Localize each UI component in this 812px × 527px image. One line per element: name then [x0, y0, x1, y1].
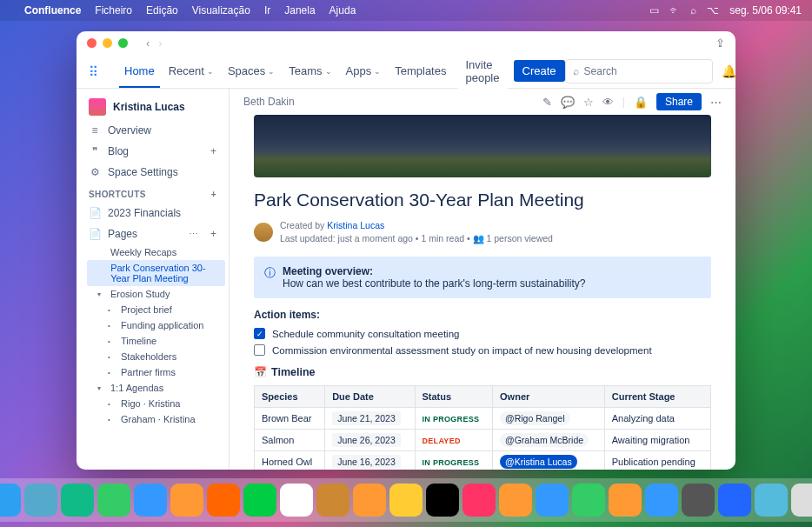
menubar-item[interactable]: Visualização: [192, 4, 250, 17]
fullscreen-window-button[interactable]: [118, 38, 128, 48]
dock-app-icon[interactable]: [536, 484, 569, 517]
dock-app-icon[interactable]: [389, 484, 423, 517]
sidebar-overview[interactable]: ≡Overview: [77, 120, 229, 141]
bullet-icon[interactable]: •: [108, 337, 116, 345]
comment-icon[interactable]: 💬: [561, 96, 575, 109]
page-tree-item[interactable]: Weekly Recaps: [83, 244, 229, 260]
nav-recent[interactable]: Recent⌄: [163, 59, 219, 83]
nav-templates[interactable]: Templates: [389, 59, 451, 83]
dock-app-icon[interactable]: [463, 484, 496, 517]
close-window-button[interactable]: [87, 38, 97, 48]
dock-app-icon[interactable]: [718, 484, 751, 517]
dock-app-icon[interactable]: [426, 484, 459, 517]
menubar-app[interactable]: Confluence: [24, 4, 81, 17]
collapse-icon[interactable]: ▾: [97, 290, 106, 298]
menubar-item[interactable]: Janela: [284, 4, 315, 17]
menubar-item[interactable]: Edição: [146, 4, 178, 17]
battery-icon[interactable]: ▭: [649, 4, 659, 17]
sidebar-space-settings[interactable]: ⚙Space Settings: [77, 162, 229, 183]
cell-owner[interactable]: @Rigo Rangel: [493, 408, 605, 430]
dock-app-icon[interactable]: [170, 484, 203, 517]
nav-teams[interactable]: Teams⌄: [283, 59, 336, 83]
page-tree-item[interactable]: •Project brief: [83, 302, 229, 317]
edit-icon[interactable]: ✎: [542, 96, 552, 109]
bullet-icon[interactable]: •: [108, 306, 116, 314]
author-avatar[interactable]: [254, 223, 273, 242]
action-item[interactable]: Commission environmental assessment stud…: [254, 344, 711, 356]
search-input[interactable]: ⌕ Search: [565, 59, 713, 83]
invite-people-button[interactable]: Invite people: [456, 54, 508, 89]
nav-home[interactable]: Home: [119, 59, 160, 88]
dock-app-icon[interactable]: [499, 484, 532, 517]
macos-share-icon[interactable]: ⇪: [715, 37, 725, 50]
notifications-icon[interactable]: 🔔: [722, 64, 735, 78]
add-shortcut-icon[interactable]: +: [211, 190, 216, 199]
more-icon[interactable]: ⋯: [189, 229, 198, 240]
dock-app-icon[interactable]: [791, 484, 812, 517]
spotlight-icon[interactable]: ⌕: [690, 4, 696, 17]
author-link[interactable]: Kristina Lucas: [327, 220, 384, 230]
page-tree-item[interactable]: ▾1:1 Agendas: [83, 380, 229, 396]
space-header[interactable]: Kristina Lucas: [77, 94, 229, 120]
table-header: Current Stage: [604, 386, 710, 408]
menubar-item[interactable]: Ajuda: [329, 4, 356, 17]
bullet-icon[interactable]: •: [108, 322, 116, 330]
menubar-item[interactable]: Ir: [264, 4, 270, 17]
bullet-icon[interactable]: •: [108, 416, 116, 424]
bullet-icon[interactable]: •: [108, 369, 116, 377]
dock-app-icon[interactable]: [61, 484, 94, 517]
breadcrumb-author[interactable]: Beth Dakin: [243, 96, 295, 108]
app-switcher-icon[interactable]: ⠿: [89, 64, 98, 78]
pages-header[interactable]: 📄Pages⋯+: [77, 223, 229, 244]
more-actions-icon[interactable]: ⋯: [710, 96, 722, 109]
dock-app-icon[interactable]: [24, 484, 57, 517]
nav-back-button[interactable]: ‹: [146, 37, 150, 50]
page-tree-item[interactable]: •Timeline: [83, 333, 229, 349]
dock-app-icon[interactable]: [207, 484, 240, 517]
nav-spaces[interactable]: Spaces⌄: [223, 59, 280, 83]
restrictions-lock-icon[interactable]: 🔒: [634, 96, 648, 109]
page-tree-item[interactable]: Park Conservation 30-Year Plan Meeting: [87, 260, 225, 286]
dock-app-icon[interactable]: [280, 484, 313, 517]
menubar-datetime[interactable]: seg. 5/06 09:41: [729, 4, 802, 17]
add-icon[interactable]: +: [210, 145, 216, 157]
create-button[interactable]: Create: [514, 60, 565, 82]
wifi-icon[interactable]: ᯤ: [669, 4, 680, 17]
bullet-icon[interactable]: •: [108, 353, 116, 361]
sidebar-blog[interactable]: ❞Blog+: [77, 141, 229, 162]
dock-app-icon[interactable]: [609, 484, 642, 517]
dock-app-icon[interactable]: [755, 484, 788, 517]
shortcut-item[interactable]: 📄2023 Financials: [77, 203, 229, 223]
dock-app-icon[interactable]: [0, 484, 21, 517]
collapse-icon[interactable]: ▾: [97, 384, 106, 392]
bullet-icon[interactable]: •: [108, 400, 116, 408]
dock-app-icon[interactable]: [134, 484, 167, 517]
cell-owner[interactable]: @Kristina Lucas: [493, 451, 605, 470]
dock-app-icon[interactable]: [645, 484, 678, 517]
nav-apps[interactable]: Apps⌄: [341, 59, 387, 83]
page-tree-item[interactable]: •Partner firms: [83, 364, 229, 380]
menubar-item[interactable]: Ficheiro: [95, 4, 132, 17]
dock-app-icon[interactable]: [316, 484, 349, 517]
control-center-icon[interactable]: ⌥: [707, 4, 719, 17]
dock-app-icon[interactable]: [97, 484, 130, 517]
page-tree-item[interactable]: •Graham · Kristina: [83, 411, 229, 427]
checkbox-unchecked-icon[interactable]: [254, 344, 265, 356]
watch-icon[interactable]: 👁: [602, 96, 614, 109]
star-icon[interactable]: ☆: [583, 96, 594, 109]
page-tree-item[interactable]: •Stakeholders: [83, 349, 229, 364]
page-tree-item[interactable]: •Funding application: [83, 317, 229, 333]
dock-app-icon[interactable]: [572, 484, 605, 517]
action-item[interactable]: ✓Schedule community consultation meeting: [254, 328, 711, 339]
page-tree-item[interactable]: ▾Erosion Study: [83, 286, 229, 302]
dock-app-icon[interactable]: [243, 484, 276, 517]
add-page-icon[interactable]: +: [210, 228, 216, 240]
page-tree-item[interactable]: •Rigo · Kristina: [83, 396, 229, 411]
share-button[interactable]: Share: [656, 93, 702, 110]
cell-owner[interactable]: @Graham McBride: [493, 430, 605, 451]
nav-forward-button[interactable]: ›: [158, 37, 162, 50]
dock-app-icon[interactable]: [682, 484, 715, 517]
minimize-window-button[interactable]: [103, 38, 112, 48]
dock-app-icon[interactable]: [353, 484, 386, 517]
checkbox-checked-icon[interactable]: ✓: [254, 328, 265, 339]
